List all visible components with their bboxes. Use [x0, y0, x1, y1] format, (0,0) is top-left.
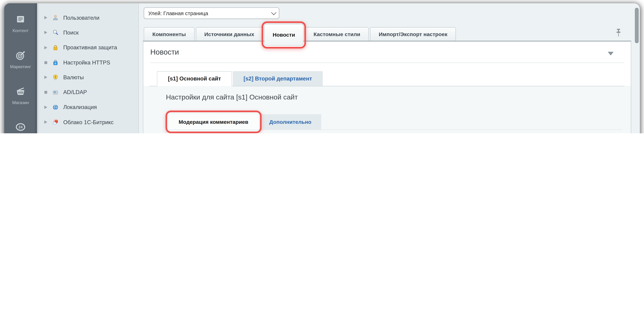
expand-arrow-icon[interactable] [44, 31, 48, 34]
collapse-caret-icon[interactable] [608, 52, 614, 56]
ldap-card-icon [52, 89, 58, 96]
panel-title: Новости [150, 48, 179, 57]
svg-text:s: s [55, 62, 56, 65]
left-rail: Контент Маркетинг Магазин 24 Клиенты Сер… [4, 3, 37, 133]
currency-coin-icon: $ [52, 74, 58, 81]
https-lock-icon: s [52, 59, 58, 66]
user-icon [52, 15, 58, 21]
svg-text:$: $ [54, 75, 56, 79]
page-select[interactable]: Улей: Главная страница [144, 8, 279, 19]
menu-item-label: Пользователи [63, 15, 100, 21]
menu-item-bitrix-cloud[interactable]: Облако 1С-Битрикс [37, 115, 139, 130]
menu-item-label: Валюты [63, 74, 84, 81]
rail-item-label: Маркетинг [10, 64, 31, 69]
menu-item-label: Локализация [63, 104, 97, 110]
page-select-value: Улей: Главная страница [148, 10, 208, 16]
shop-basket-icon [15, 84, 26, 98]
chevron-down-icon [271, 10, 276, 15]
rail-item-marketing[interactable]: Маркетинг [4, 49, 37, 69]
marketing-target-icon [15, 49, 26, 62]
tab-data-sources[interactable]: Источники данных [196, 27, 263, 42]
menu-item-adldap[interactable]: AD/LDAP [37, 85, 139, 100]
tab-import-export[interactable]: Импорт/Экспорт настроек [370, 27, 456, 42]
inner-tabs-baseline [169, 129, 622, 130]
bitrix-cloud-icon [52, 119, 58, 125]
rail-item-label: Магазин [12, 100, 29, 105]
tab-components[interactable]: Компоненты [144, 27, 194, 42]
menu-item-label: Настройка HTTPS [63, 59, 110, 66]
rail-item-clients[interactable]: 24 Клиенты [4, 120, 37, 133]
page-scrollbar-thumb[interactable] [635, 8, 638, 43]
site-tab-s1[interactable]: [s1] Основной сайт [157, 71, 232, 86]
tab-additional[interactable]: Дополнительно [259, 114, 321, 129]
leaf-bullet-icon [44, 91, 48, 94]
content-doc-icon [15, 12, 26, 26]
globe-icon [52, 104, 58, 110]
expand-arrow-icon[interactable] [44, 106, 48, 109]
menu-item-https[interactable]: s Настройка HTTPS [37, 55, 139, 70]
gold-lock-icon [52, 44, 58, 51]
leaf-bullet-icon [44, 61, 48, 64]
menu-item-localization[interactable]: Локализация [37, 100, 139, 115]
tab-news[interactable]: Новости [264, 24, 304, 46]
pin-icon[interactable] [615, 28, 622, 38]
tab-comment-moderation[interactable]: Модерация комментариев [169, 114, 258, 129]
site-settings-heading: Настройки для сайта [s1] Основной сайт [166, 93, 298, 102]
menu-item-users[interactable]: Пользователи [37, 10, 139, 25]
rail-item-content[interactable]: Контент [4, 12, 37, 33]
menu-item-label: Поиск [63, 30, 78, 36]
side-menu: Пользователи Поиск Проактивная защита s … [37, 3, 139, 133]
rail-item-label: Контент [12, 28, 28, 33]
svg-text:24: 24 [18, 125, 23, 129]
news-panel: Новости [s1] Основной сайт [s2] Второй д… [143, 41, 631, 133]
inner-tabs: Модерация комментариев Дополнительно [169, 114, 321, 129]
tab-custom-styles[interactable]: Кастомные стили [305, 27, 369, 42]
expand-arrow-icon[interactable] [44, 46, 48, 49]
expand-arrow-icon[interactable] [44, 76, 48, 79]
menu-item-label: AD/LDAP [63, 89, 87, 95]
clients-cloud24-icon: 24 [14, 120, 27, 133]
site-tab-s2[interactable]: [s2] Второй департамент [233, 71, 323, 86]
menu-item-proactive-protection[interactable]: Проактивная защита [37, 40, 139, 55]
top-tabs: Компоненты Источники данных Новости Каст… [144, 27, 456, 42]
menu-item-label: Облако 1С-Битрикс [63, 119, 114, 125]
menu-item-currencies[interactable]: $ Валюты [37, 70, 139, 85]
main-area: Улей: Главная страница Компоненты Источн… [139, 3, 640, 133]
expand-arrow-icon[interactable] [44, 16, 48, 19]
rail-item-shop[interactable]: Магазин [4, 84, 37, 105]
panel-divider [150, 63, 624, 63]
screenshot-stage: Контент Маркетинг Магазин 24 Клиенты Сер… [0, 0, 644, 133]
menu-item-cloud-storage[interactable]: Облачные хранилища [37, 130, 139, 133]
expand-arrow-icon[interactable] [44, 120, 48, 124]
menu-item-label: Проактивная защита [63, 45, 117, 51]
site-tabs: [s1] Основной сайт [s2] Второй департаме… [157, 71, 323, 86]
search-icon [52, 30, 58, 36]
menu-item-search[interactable]: Поиск [37, 25, 139, 40]
app-window: Контент Маркетинг Магазин 24 Клиенты Сер… [4, 3, 640, 133]
